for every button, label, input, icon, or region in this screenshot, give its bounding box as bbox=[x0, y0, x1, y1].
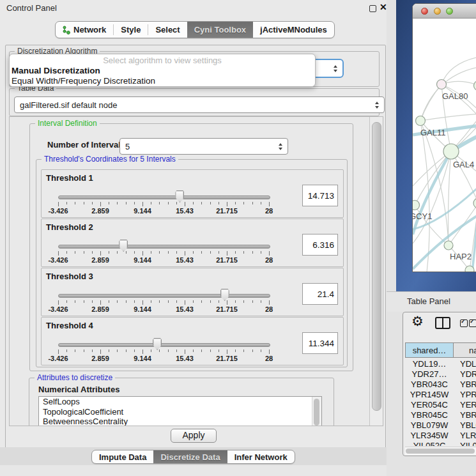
tab-style[interactable]: Style bbox=[114, 22, 148, 38]
slider-tick bbox=[201, 300, 202, 303]
tab-select[interactable]: Select bbox=[148, 22, 187, 38]
node-gal11[interactable] bbox=[416, 116, 426, 126]
tab-impute-data[interactable]: Impute Data bbox=[92, 450, 153, 463]
tab-infer-network[interactable]: Infer Network bbox=[227, 450, 295, 463]
slider-tick bbox=[235, 202, 236, 204]
slider-tick bbox=[176, 349, 177, 352]
network-edge[interactable] bbox=[441, 81, 476, 86]
table-row[interactable]: YDL19…YDL1 bbox=[405, 359, 476, 369]
slider-thumb[interactable] bbox=[119, 240, 128, 252]
slider-tick-label: -3.426 bbox=[41, 256, 75, 264]
slider-tick-label: 28 bbox=[252, 355, 286, 362]
table-panel-title: Table Panel bbox=[407, 296, 450, 306]
attribute-list-item[interactable]: SelfLoops bbox=[39, 397, 321, 407]
threshold-value-input[interactable] bbox=[302, 185, 338, 206]
gear-icon[interactable]: ⚙ bbox=[411, 314, 424, 329]
slider-track[interactable] bbox=[58, 196, 270, 199]
network-edge[interactable] bbox=[441, 56, 476, 84]
table-row[interactable]: YER054CYER0 bbox=[405, 400, 476, 410]
settings-scrollbar[interactable] bbox=[369, 117, 383, 426]
tab-cyni-toolbox[interactable]: Cyni Toolbox bbox=[187, 22, 253, 38]
tab-label: Discretize Data bbox=[160, 452, 220, 462]
table-data-combobox[interactable]: galFiltered.sif default node bbox=[14, 96, 385, 113]
network-window[interactable]: GAL80GACGAL11GAL4GCY1HHAP2 bbox=[412, 3, 476, 272]
slider-tick bbox=[193, 349, 194, 352]
threshold-value-input[interactable] bbox=[302, 332, 338, 354]
table-row[interactable]: YIL052CYIL0 bbox=[405, 441, 476, 446]
cell-shared-name: YBL079W bbox=[405, 420, 454, 431]
node-bottom[interactable] bbox=[465, 266, 474, 272]
attribute-list-item[interactable]: BetweennessCentrality bbox=[39, 417, 321, 426]
node-top[interactable] bbox=[474, 81, 476, 91]
tab-jactivemnodules[interactable]: jActiveMNodules bbox=[253, 22, 334, 38]
slider-tick bbox=[168, 349, 169, 352]
slider-tick bbox=[159, 251, 160, 254]
slider-tick bbox=[185, 300, 185, 305]
column-header-name[interactable]: na bbox=[453, 342, 476, 358]
list-scrollbar-thumb[interactable] bbox=[314, 399, 319, 426]
slider-thumb[interactable] bbox=[220, 289, 229, 301]
tab-label: Style bbox=[121, 25, 141, 35]
column-layout-icon[interactable] bbox=[435, 317, 450, 329]
node-gcy1[interactable] bbox=[413, 201, 420, 210]
slider-tick bbox=[227, 300, 227, 305]
tab-network[interactable]: Network bbox=[56, 22, 113, 38]
zoom-traffic-light-icon[interactable] bbox=[446, 8, 453, 15]
apply-button[interactable]: Apply bbox=[171, 429, 217, 443]
slider-thumb[interactable] bbox=[175, 190, 184, 203]
slider-tick bbox=[126, 300, 127, 303]
cell-shared-name: YER054C bbox=[405, 400, 454, 410]
slider-tick bbox=[159, 202, 160, 204]
close-traffic-light-icon[interactable] bbox=[421, 8, 428, 15]
dropdown-option[interactable]: Manual Discretization bbox=[10, 66, 315, 76]
attribute-list-item[interactable]: TopologicalCoefficient bbox=[39, 407, 321, 417]
dropdown-option[interactable]: Equal Width/Frequency Discretization bbox=[10, 76, 315, 86]
threshold-value-input[interactable] bbox=[302, 234, 338, 256]
slider-track[interactable] bbox=[58, 294, 270, 298]
table-hscrollbar-thumb[interactable] bbox=[406, 449, 475, 454]
node-label: HAP2 bbox=[450, 252, 472, 261]
slider-track[interactable] bbox=[58, 245, 270, 249]
network-edge[interactable] bbox=[441, 84, 476, 126]
network-edge[interactable] bbox=[420, 114, 476, 121]
node-h[interactable] bbox=[473, 198, 476, 208]
settings-scrollbar-thumb[interactable] bbox=[372, 122, 381, 411]
slider-tick bbox=[210, 251, 211, 254]
tab-discretize-data[interactable]: Discretize Data bbox=[153, 450, 227, 463]
network-edge[interactable] bbox=[420, 84, 441, 121]
table-row[interactable]: YDR27…YDR2 bbox=[405, 369, 476, 380]
minimize-traffic-light-icon[interactable] bbox=[434, 8, 441, 15]
table-row[interactable]: YLR345WYLR3 bbox=[405, 431, 476, 441]
table-row[interactable]: YBL079WYBL0 bbox=[405, 420, 476, 431]
slider-tick-label: 21.715 bbox=[210, 355, 244, 362]
slider-track[interactable] bbox=[58, 343, 270, 347]
slider-tick bbox=[117, 202, 118, 204]
table-row[interactable]: YBR043CYBR0 bbox=[405, 380, 476, 390]
dropdown-placeholder: Select algorithm to view settings bbox=[10, 56, 315, 66]
slider-tick bbox=[235, 300, 236, 303]
close-icon[interactable]: ✕ bbox=[380, 2, 387, 12]
network-edge[interactable] bbox=[449, 151, 452, 245]
right-region: GAL80GACGAL11GAL4GCY1HHAP2 Table Panel ⚙… bbox=[387, 0, 476, 476]
column-header-shared-name[interactable]: shared… bbox=[405, 342, 454, 358]
slider-tick bbox=[269, 202, 270, 206]
float-window-icon[interactable] bbox=[369, 5, 376, 12]
network-canvas[interactable]: GAL80GACGAL11GAL4GCY1HHAP2 bbox=[413, 19, 476, 272]
numerical-attributes-list[interactable]: SelfLoopsTopologicalCoefficientBetweenne… bbox=[38, 396, 322, 426]
checkbox-icon[interactable] bbox=[469, 319, 476, 327]
number-of-intervals-combobox[interactable]: 5 bbox=[119, 138, 288, 155]
table-row[interactable]: YPR145WYPR1 bbox=[405, 390, 476, 400]
combo-arrows-icon bbox=[375, 102, 379, 109]
node-hap2[interactable] bbox=[444, 241, 453, 250]
slider-tick bbox=[210, 202, 211, 204]
checkbox-icon[interactable] bbox=[460, 319, 468, 327]
table-row[interactable]: YBR045CYBR0 bbox=[405, 410, 476, 420]
threshold-value-input[interactable] bbox=[302, 283, 338, 305]
list-scrollbar[interactable] bbox=[312, 397, 321, 426]
slider-thumb[interactable] bbox=[153, 338, 162, 350]
table-hscrollbar[interactable] bbox=[405, 447, 476, 455]
network-icon bbox=[63, 26, 70, 35]
node-gal80[interactable] bbox=[437, 80, 447, 89]
network-window-titlebar[interactable] bbox=[413, 4, 476, 19]
node-gal4[interactable] bbox=[443, 144, 459, 159]
